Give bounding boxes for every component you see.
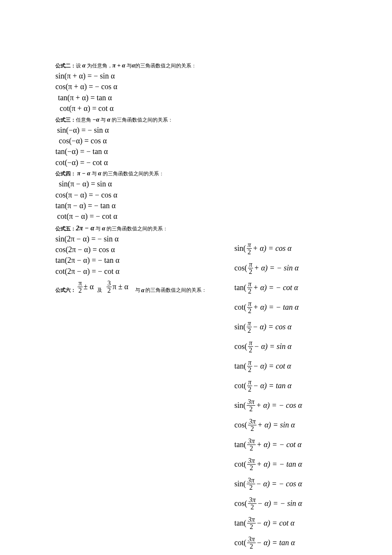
formula-6-1: sin(π2 + α) = cos α [234, 239, 362, 258]
formula-6-7-fn: tan( [234, 362, 246, 370]
formula-6-5-frac: π2 [247, 320, 252, 334]
formula-5-2: cos(2π − α) = cos α [55, 245, 234, 255]
formula-6-9: sin(3π2 + α) = − cos α [234, 396, 362, 415]
formula-6-12-arg: + α) = − tan α [257, 460, 302, 468]
heading-2-mid2: 与 [125, 63, 132, 69]
formula-2-4: cot(π + α) = cot α [55, 104, 234, 113]
formula-6-1-arg: + α) = cos α [253, 244, 291, 252]
formula-6-14-arg: − α) = − sin α [257, 500, 302, 507]
formula-2-2: cos(π + α) = − cos α [55, 82, 234, 92]
formula-6-13-fn: sin( [234, 480, 246, 488]
formula-6-2-fn: cos( [234, 264, 247, 272]
formula-6-16: cot(3π2 − α) = tan α [234, 533, 362, 552]
formula-6-3-arg: + α) = − cot α [253, 284, 298, 291]
heading-6-mid: 与 [135, 287, 140, 294]
formula-6-3-fn: tan( [234, 284, 246, 291]
heading-2-text-before: 设 [76, 63, 82, 69]
heading-6-frac2: 32 π ± α [106, 280, 128, 294]
heading-4-label: 公式四： [55, 171, 76, 177]
formula-6-7-frac: π2 [247, 359, 252, 373]
formula-6-4-arg: + α) = − tan α [253, 303, 299, 311]
heading-4-mid: 与 [90, 171, 98, 177]
heading-3-expr2: α [107, 116, 110, 123]
formula-6-12: cot(3π2 + α) = − tan α [234, 455, 362, 474]
formula-6-15-frac: 3π2 [247, 516, 256, 530]
heading-formula-2: 公式二：设 α 为任意角，π + α 与α的三角函数值之间的关系： [55, 62, 234, 70]
heading-2-after: 的三角函数值之间的关系： [135, 63, 196, 69]
formula-4-3: tan(π − α) = − tan α [55, 201, 234, 211]
formula-2-1: sin(π + α) = − sin α [55, 71, 234, 81]
formula-3-3: tan(−α) = − tan α [55, 147, 234, 157]
heading-6-and: 及 [97, 287, 102, 294]
formula-6-9-arg: + α) = − cos α [256, 401, 302, 409]
heading-4-expr2: α [98, 170, 101, 177]
heading-3-mid: 与 [99, 117, 107, 123]
formula-6-9-fn: sin( [234, 401, 246, 409]
formula-6-12-fn: cot( [234, 460, 246, 468]
formula-6-16-fn: cot( [234, 539, 246, 546]
formula-6-5-fn: sin( [234, 323, 246, 331]
formula-6-4: cot(π2 + α) = − tan α [234, 298, 362, 317]
formula-6-10-frac: 3π2 [248, 418, 257, 432]
formula-6-15-arg: − α) = cot α [257, 519, 294, 527]
formula-6-13-arg: − α) = − cos α [256, 480, 302, 488]
heading-2-alpha2: α [132, 62, 135, 69]
formula-6-5: sin(π2 − α) = cos α [234, 317, 362, 336]
right-column: sin(π2 + α) = cos αcos(π2 + α) = − sin α… [234, 238, 362, 553]
formula-6-8-frac: π2 [247, 379, 252, 393]
formula-6-2-frac: π2 [248, 261, 253, 275]
formula-6-8: cot(π2 − α) = tan α [234, 376, 362, 395]
formula-6-16-frac: 3π2 [247, 536, 256, 550]
heading-3-expr1: −α [92, 116, 99, 123]
formula-3-4: cot(−α) = − cot α [55, 158, 234, 168]
formula-6-12-frac: 3π2 [247, 457, 256, 471]
formula-6-10-fn: cos( [234, 421, 247, 429]
heading-4-expr1: π − α [77, 170, 90, 177]
formula-6-14-frac: 3π2 [248, 497, 257, 511]
formula-6-14-fn: cos( [234, 500, 247, 507]
heading-6-frac1: π2 ± α [77, 280, 94, 294]
formula-6-7-arg: − α) = cot α [253, 362, 291, 370]
page: 公式二：设 α 为任意角，π + α 与α的三角函数值之间的关系： sin(π … [0, 0, 392, 321]
formula-5-1: sin(2π − α) = − sin α [55, 234, 234, 244]
formula-6-6-frac: π2 [248, 340, 253, 354]
formula-6-3: tan(π2 + α) = − cot α [234, 278, 362, 297]
heading-formula-6: 公式六： π2 ± α 及 32 π ± α 与 α 的三角函数值之间的关系： [55, 280, 234, 294]
formula-4-4: cot(π − α) = − cot α [55, 212, 234, 221]
heading-5-expr2: α [102, 225, 105, 232]
formula-6-6-arg: − α) = sin α [254, 343, 291, 350]
heading-6-label: 公式六： [55, 287, 76, 294]
heading-6-after: 的三角函数值之间的关系： [145, 287, 207, 294]
formula-6-13: sin(3π2 − α) = − cos α [234, 474, 362, 493]
heading-formula-5: 公式五：2π − α 与 α 的三角函数值之间的关系： [55, 224, 234, 232]
heading-4-after: 的三角函数值之间的关系： [101, 171, 164, 177]
formula-6-10: cos(3π2 + α) = sin α [234, 416, 362, 434]
formula-6-6: cos(π2 − α) = sin α [234, 337, 362, 356]
heading-formula-3: 公式三：任意角 −α 与 α 的三角函数值之间的关系： [55, 116, 234, 124]
heading-formula-4: 公式四： π − α 与 α 的三角函数值之间的关系： [55, 170, 234, 177]
heading-5-label: 公式五： [55, 226, 76, 232]
formula-4-2: cos(π − α) = − cos α [55, 190, 234, 200]
formula-6-8-arg: − α) = tan α [253, 382, 291, 389]
formula-2-3: tan(π + α) = tan α [55, 93, 234, 103]
heading-2-expr: π + α [112, 62, 125, 69]
formula-3-2: cos(−α) = cos α [55, 136, 234, 146]
formula-6-8-fn: cot( [234, 382, 246, 389]
heading-3-label: 公式三： [55, 117, 76, 123]
formula-6-9-frac: 3π2 [247, 398, 255, 413]
formula-6-14: cos(3π2 − α) = − sin α [234, 494, 362, 513]
formula-6-4-fn: cot( [234, 303, 246, 311]
formula-6-1-fn: sin( [234, 244, 246, 252]
formula-6-5-arg: − α) = cos α [253, 323, 291, 331]
heading-2-label: 公式二： [55, 63, 76, 69]
formula-6-15-fn: tan( [234, 519, 246, 527]
formula-6-6-fn: cos( [234, 343, 247, 350]
heading-5-expr1: 2π − α [76, 224, 94, 232]
formula-6-7: tan(π2 − α) = cot α [234, 357, 362, 375]
formula-6-3-frac: π2 [247, 281, 252, 295]
formula-5-4: cot(2π − α) = − cot α [55, 267, 234, 276]
formula-6-15: tan(3π2 − α) = cot α [234, 514, 362, 532]
formula-5-3: tan(2π − α) = − tan α [55, 256, 234, 265]
heading-3-after: 的三角函数值之间的关系： [110, 117, 173, 123]
formula-6-2: cos(π2 + α) = − sin α [234, 259, 362, 277]
